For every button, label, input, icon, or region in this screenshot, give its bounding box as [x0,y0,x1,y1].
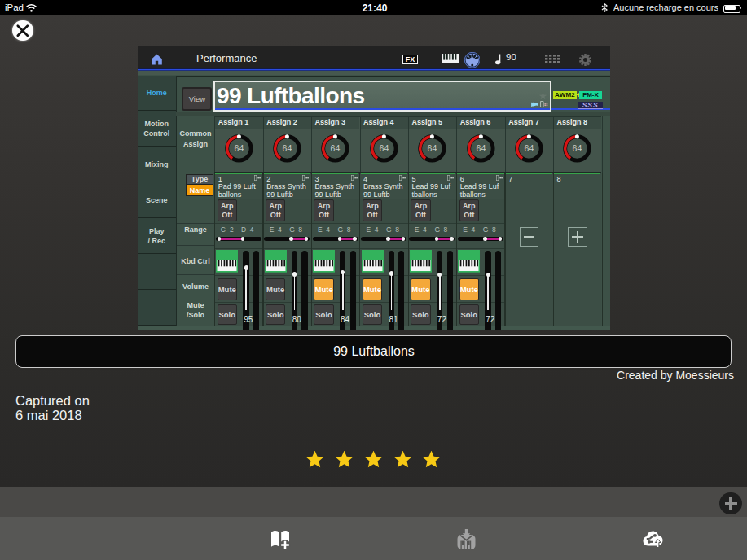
svg-text:64: 64 [428,143,437,153]
svg-text:64: 64 [331,143,341,153]
svg-text:64: 64 [283,143,292,153]
svg-text:64: 64 [379,143,389,153]
svg-text:64: 64 [525,143,534,153]
svg-text:64: 64 [573,143,582,153]
svg-text:64: 64 [476,143,486,153]
svg-text:64: 64 [234,143,244,153]
